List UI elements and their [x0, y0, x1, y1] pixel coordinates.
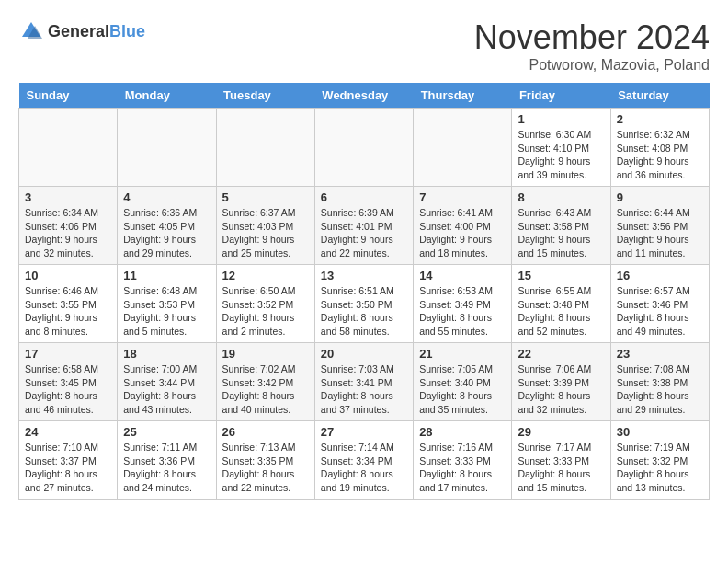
day-info: Sunrise: 6:32 AMSunset: 4:08 PMDaylight:… — [617, 128, 703, 182]
day-header-friday: Friday — [512, 83, 610, 109]
calendar-cell — [414, 109, 512, 187]
calendar-cell: 28Sunrise: 7:16 AMSunset: 3:33 PMDayligh… — [414, 421, 512, 500]
calendar-cell: 7Sunrise: 6:41 AMSunset: 4:00 PMDaylight… — [414, 187, 512, 265]
calendar-cell: 11Sunrise: 6:48 AMSunset: 3:53 PMDayligh… — [118, 265, 216, 343]
logo-general: General — [48, 22, 109, 40]
day-info: Sunrise: 6:30 AMSunset: 4:10 PMDaylight:… — [518, 128, 604, 182]
header-row: SundayMondayTuesdayWednesdayThursdayFrid… — [19, 83, 710, 109]
calendar-cell: 5Sunrise: 6:37 AMSunset: 4:03 PMDaylight… — [216, 187, 314, 265]
day-number: 4 — [123, 190, 210, 204]
day-info: Sunrise: 7:06 AMSunset: 3:39 PMDaylight:… — [518, 362, 604, 417]
day-header-wednesday: Wednesday — [314, 83, 413, 109]
title-section: November 2024 Potworow, Mazovia, Poland — [474, 18, 710, 74]
day-number: 28 — [419, 425, 506, 439]
month-title: November 2024 — [474, 18, 710, 57]
calendar-cell: 2Sunrise: 6:32 AMSunset: 4:08 PMDaylight… — [610, 109, 709, 187]
calendar-cell: 25Sunrise: 7:11 AMSunset: 3:36 PMDayligh… — [118, 421, 216, 500]
day-info: Sunrise: 7:10 AMSunset: 3:37 PMDaylight:… — [25, 441, 111, 495]
day-info: Sunrise: 6:57 AMSunset: 3:46 PMDaylight:… — [617, 284, 703, 339]
calendar-cell: 1Sunrise: 6:30 AMSunset: 4:10 PMDaylight… — [512, 109, 610, 187]
location: Potworow, Mazovia, Poland — [474, 57, 710, 74]
day-info: Sunrise: 7:14 AMSunset: 3:34 PMDaylight:… — [321, 441, 407, 495]
day-info: Sunrise: 7:03 AMSunset: 3:41 PMDaylight:… — [321, 362, 407, 417]
day-number: 10 — [25, 269, 111, 282]
day-number: 12 — [222, 269, 309, 282]
day-info: Sunrise: 6:43 AMSunset: 3:58 PMDaylight:… — [518, 206, 604, 260]
day-number: 17 — [25, 347, 111, 361]
day-info: Sunrise: 6:53 AMSunset: 3:49 PMDaylight:… — [419, 284, 506, 339]
day-number: 24 — [25, 425, 111, 439]
day-header-saturday: Saturday — [610, 83, 709, 109]
calendar-cell — [19, 109, 118, 187]
calendar-cell: 14Sunrise: 6:53 AMSunset: 3:49 PMDayligh… — [414, 265, 512, 343]
calendar-cell: 26Sunrise: 7:13 AMSunset: 3:35 PMDayligh… — [216, 421, 314, 500]
calendar-cell: 13Sunrise: 6:51 AMSunset: 3:50 PMDayligh… — [314, 265, 413, 343]
day-info: Sunrise: 7:11 AMSunset: 3:36 PMDaylight:… — [123, 441, 210, 495]
day-header-monday: Monday — [118, 83, 216, 109]
week-row-1: 1Sunrise: 6:30 AMSunset: 4:10 PMDaylight… — [19, 109, 710, 187]
day-number: 19 — [222, 347, 309, 361]
day-number: 20 — [321, 347, 407, 361]
day-header-tuesday: Tuesday — [216, 83, 314, 109]
day-info: Sunrise: 7:19 AMSunset: 3:32 PMDaylight:… — [617, 441, 703, 495]
day-number: 5 — [222, 190, 309, 204]
day-number: 23 — [617, 347, 703, 361]
day-info: Sunrise: 6:37 AMSunset: 4:03 PMDaylight:… — [222, 206, 309, 260]
day-info: Sunrise: 6:55 AMSunset: 3:48 PMDaylight:… — [518, 284, 604, 339]
day-header-thursday: Thursday — [414, 83, 512, 109]
day-number: 27 — [321, 425, 407, 439]
day-info: Sunrise: 6:50 AMSunset: 3:52 PMDaylight:… — [222, 284, 309, 339]
calendar-cell: 19Sunrise: 7:02 AMSunset: 3:42 PMDayligh… — [216, 343, 314, 421]
logo-blue: Blue — [109, 22, 145, 40]
calendar-cell: 8Sunrise: 6:43 AMSunset: 3:58 PMDaylight… — [512, 187, 610, 265]
calendar-cell: 15Sunrise: 6:55 AMSunset: 3:48 PMDayligh… — [512, 265, 610, 343]
calendar-cell: 27Sunrise: 7:14 AMSunset: 3:34 PMDayligh… — [314, 421, 413, 500]
day-info: Sunrise: 7:13 AMSunset: 3:35 PMDaylight:… — [222, 441, 309, 495]
calendar-cell: 10Sunrise: 6:46 AMSunset: 3:55 PMDayligh… — [19, 265, 118, 343]
day-number: 30 — [617, 425, 703, 439]
day-number: 21 — [419, 347, 506, 361]
day-info: Sunrise: 7:02 AMSunset: 3:42 PMDaylight:… — [222, 362, 309, 417]
day-number: 25 — [123, 425, 210, 439]
day-number: 6 — [321, 190, 407, 204]
calendar-cell — [314, 109, 413, 187]
day-number: 13 — [321, 269, 407, 282]
day-number: 15 — [518, 269, 604, 282]
calendar-cell: 17Sunrise: 6:58 AMSunset: 3:45 PMDayligh… — [19, 343, 118, 421]
day-number: 18 — [123, 347, 210, 361]
day-number: 22 — [518, 347, 604, 361]
day-info: Sunrise: 7:08 AMSunset: 3:38 PMDaylight:… — [617, 362, 703, 417]
calendar-cell: 12Sunrise: 6:50 AMSunset: 3:52 PMDayligh… — [216, 265, 314, 343]
day-info: Sunrise: 6:39 AMSunset: 4:01 PMDaylight:… — [321, 206, 407, 260]
day-info: Sunrise: 7:05 AMSunset: 3:40 PMDaylight:… — [419, 362, 506, 417]
day-number: 1 — [518, 112, 604, 126]
calendar-cell: 18Sunrise: 7:00 AMSunset: 3:44 PMDayligh… — [118, 343, 216, 421]
week-row-5: 24Sunrise: 7:10 AMSunset: 3:37 PMDayligh… — [19, 421, 710, 500]
calendar-cell: 3Sunrise: 6:34 AMSunset: 4:06 PMDaylight… — [19, 187, 118, 265]
calendar-cell: 16Sunrise: 6:57 AMSunset: 3:46 PMDayligh… — [610, 265, 709, 343]
calendar-cell — [118, 109, 216, 187]
day-header-sunday: Sunday — [19, 83, 118, 109]
calendar-cell — [216, 109, 314, 187]
week-row-4: 17Sunrise: 6:58 AMSunset: 3:45 PMDayligh… — [19, 343, 710, 421]
calendar-cell: 24Sunrise: 7:10 AMSunset: 3:37 PMDayligh… — [19, 421, 118, 500]
day-number: 29 — [518, 425, 604, 439]
day-number: 9 — [617, 190, 703, 204]
day-info: Sunrise: 6:51 AMSunset: 3:50 PMDaylight:… — [321, 284, 407, 339]
day-info: Sunrise: 6:41 AMSunset: 4:00 PMDaylight:… — [419, 206, 506, 260]
day-number: 26 — [222, 425, 309, 439]
day-info: Sunrise: 6:34 AMSunset: 4:06 PMDaylight:… — [25, 206, 111, 260]
day-info: Sunrise: 6:44 AMSunset: 3:56 PMDaylight:… — [617, 206, 703, 260]
calendar-cell: 30Sunrise: 7:19 AMSunset: 3:32 PMDayligh… — [610, 421, 709, 500]
day-number: 7 — [419, 190, 506, 204]
day-number: 8 — [518, 190, 604, 204]
calendar-cell: 29Sunrise: 7:17 AMSunset: 3:33 PMDayligh… — [512, 421, 610, 500]
day-info: Sunrise: 7:17 AMSunset: 3:33 PMDaylight:… — [518, 441, 604, 495]
week-row-2: 3Sunrise: 6:34 AMSunset: 4:06 PMDaylight… — [19, 187, 710, 265]
calendar-cell: 6Sunrise: 6:39 AMSunset: 4:01 PMDaylight… — [314, 187, 413, 265]
calendar-cell: 23Sunrise: 7:08 AMSunset: 3:38 PMDayligh… — [610, 343, 709, 421]
calendar-cell: 21Sunrise: 7:05 AMSunset: 3:40 PMDayligh… — [414, 343, 512, 421]
logo-icon — [18, 18, 44, 44]
calendar-table: SundayMondayTuesdayWednesdayThursdayFrid… — [18, 83, 710, 500]
page-header: GeneralBlue November 2024 Potworow, Mazo… — [18, 18, 710, 74]
